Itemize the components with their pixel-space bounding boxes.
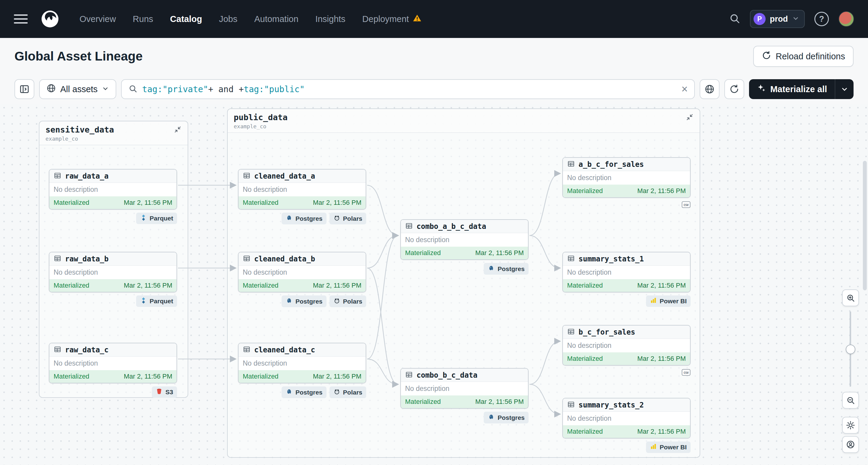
asset-status-row: MaterializedMar 2, 11:56 PM bbox=[563, 352, 690, 365]
asset-description: No description bbox=[50, 266, 177, 279]
graph-settings-gear-button[interactable] bbox=[842, 417, 859, 434]
chip-label: Postgres bbox=[296, 298, 322, 305]
group-subtitle: example_co bbox=[234, 123, 288, 129]
asset-card[interactable]: raw_data_cNo descriptionMaterializedMar … bbox=[49, 343, 177, 383]
asset-card[interactable]: cleaned_data_aNo descriptionMaterialized… bbox=[238, 169, 366, 210]
chip-label: Polars bbox=[343, 298, 362, 305]
table-icon bbox=[54, 345, 61, 354]
page-header: Global Asset Lineage Reload definitions bbox=[0, 38, 868, 75]
asset-description: No description bbox=[563, 266, 690, 279]
asset-selection-box[interactable]: tag:"private"+ and +tag:"public" × bbox=[121, 79, 695, 99]
table-icon bbox=[243, 172, 251, 181]
chip-label: S3 bbox=[165, 389, 173, 396]
asset-name: cleaned_data_c bbox=[254, 346, 315, 354]
asset-card-header: cleaned_data_c bbox=[239, 343, 366, 356]
materialize-all-button[interactable]: Materialize all bbox=[749, 79, 854, 99]
asset-card[interactable]: cleaned_data_cNo descriptionMaterialized… bbox=[238, 343, 366, 383]
powerbi-icon bbox=[650, 297, 657, 305]
graph-settings-globe-button[interactable] bbox=[700, 79, 719, 99]
search-icon[interactable] bbox=[729, 13, 740, 25]
zoom-out-button[interactable] bbox=[842, 392, 859, 409]
nav-item-catalog[interactable]: Catalog bbox=[170, 14, 202, 24]
asset-card[interactable]: raw_data_aNo descriptionMaterializedMar … bbox=[49, 169, 177, 210]
postgres-chip[interactable]: Postgres bbox=[282, 386, 327, 398]
asset-card[interactable]: combo_a_b_c_dataNo descriptionMaterializ… bbox=[400, 219, 529, 260]
materialization-timestamp: Mar 2, 11:56 PM bbox=[124, 282, 172, 289]
dagster-logo-icon[interactable] bbox=[40, 9, 60, 29]
selection-token: + bbox=[239, 84, 244, 94]
parquet-icon bbox=[140, 297, 147, 305]
materialization-timestamp: Mar 2, 11:56 PM bbox=[475, 398, 524, 406]
asset-group-header: public_dataexample_co bbox=[228, 109, 700, 133]
integration-chips: Parquet bbox=[49, 213, 177, 224]
nav-item-insights[interactable]: Insights bbox=[315, 14, 345, 24]
postgres-icon bbox=[285, 297, 293, 306]
asset-scope-dropdown[interactable]: All assets bbox=[39, 79, 116, 99]
csv-chip[interactable]: CSV bbox=[682, 201, 691, 210]
feedback-user-button[interactable] bbox=[842, 436, 859, 453]
asset-name: summary_stats_2 bbox=[579, 401, 644, 409]
nav-item-deployment[interactable]: Deployment bbox=[362, 13, 422, 25]
asset-status-row: MaterializedMar 2, 11:56 PM bbox=[563, 185, 690, 197]
help-icon[interactable]: ? bbox=[814, 12, 829, 26]
asset-card[interactable]: raw_data_bNo descriptionMaterializedMar … bbox=[49, 252, 177, 292]
asset-selection-input[interactable]: tag:"private"+ and +tag:"public" bbox=[142, 84, 677, 94]
zoom-slider-handle[interactable] bbox=[846, 344, 855, 354]
materialize-options-caret[interactable] bbox=[835, 79, 854, 99]
nav-item-jobs[interactable]: Jobs bbox=[219, 14, 237, 24]
collapse-group-icon[interactable] bbox=[174, 126, 182, 135]
s3-chip[interactable]: S3 bbox=[152, 386, 177, 398]
chip-label: Power BI bbox=[659, 444, 687, 451]
powerbi-chip[interactable]: Power BI bbox=[646, 296, 691, 307]
clear-selection-icon[interactable]: × bbox=[681, 84, 688, 95]
group-subtitle: example_co bbox=[45, 135, 114, 142]
asset-node-raw_data_b: raw_data_bNo descriptionMaterializedMar … bbox=[49, 252, 177, 307]
open-panel-button[interactable] bbox=[14, 79, 34, 99]
vertical-scrollbar[interactable] bbox=[863, 161, 867, 290]
user-avatar[interactable] bbox=[838, 11, 854, 27]
csv-chip[interactable]: CSV bbox=[682, 369, 691, 378]
postgres-chip[interactable]: Postgres bbox=[282, 296, 327, 307]
parquet-chip[interactable]: Parquet bbox=[136, 213, 177, 224]
asset-status-row: MaterializedMar 2, 11:56 PM bbox=[239, 196, 366, 209]
nav-item-automation[interactable]: Automation bbox=[254, 14, 299, 24]
refresh-button[interactable] bbox=[724, 79, 744, 99]
asset-card[interactable]: summary_stats_2No descriptionMaterialize… bbox=[562, 398, 691, 438]
postgres-chip[interactable]: Postgres bbox=[484, 412, 529, 424]
asset-card[interactable]: combo_b_c_dataNo descriptionMaterialized… bbox=[400, 368, 529, 409]
polars-chip[interactable]: Polars bbox=[330, 213, 366, 224]
asset-group-header: sensitive_dataexample_co bbox=[39, 121, 188, 145]
asset-description: No description bbox=[50, 356, 177, 370]
postgres-chip[interactable]: Postgres bbox=[282, 213, 327, 224]
chevron-down-icon bbox=[102, 84, 109, 94]
powerbi-chip[interactable]: Power BI bbox=[646, 441, 691, 453]
integration-chips: PostgresPolars bbox=[238, 386, 366, 398]
asset-card[interactable]: a_b_c_for_salesNo descriptionMaterialize… bbox=[562, 157, 691, 198]
asset-status-row: MaterializedMar 2, 11:56 PM bbox=[563, 425, 690, 438]
nav-item-runs[interactable]: Runs bbox=[133, 14, 153, 24]
asset-card[interactable]: cleaned_data_bNo descriptionMaterialized… bbox=[238, 252, 366, 292]
menu-icon[interactable] bbox=[14, 14, 28, 24]
lineage-canvas[interactable]: public_dataexample_cosensitive_dataexamp… bbox=[0, 103, 868, 465]
collapse-group-icon[interactable] bbox=[686, 113, 693, 122]
zoom-in-button[interactable] bbox=[842, 289, 859, 306]
asset-name: summary_stats_1 bbox=[579, 255, 644, 263]
asset-name: combo_b_c_data bbox=[416, 371, 477, 379]
materialization-timestamp: Mar 2, 11:56 PM bbox=[637, 282, 686, 289]
postgres-chip[interactable]: Postgres bbox=[484, 263, 529, 275]
polars-chip[interactable]: Polars bbox=[330, 296, 366, 307]
reload-definitions-button[interactable]: Reload definitions bbox=[753, 46, 854, 67]
parquet-chip[interactable]: Parquet bbox=[136, 296, 177, 307]
nav-item-overview[interactable]: Overview bbox=[80, 14, 116, 24]
deployment-switcher[interactable]: P prod bbox=[750, 10, 805, 28]
asset-card-header: summary_stats_2 bbox=[563, 398, 690, 412]
asset-card-header: a_b_c_for_sales bbox=[563, 158, 690, 171]
asset-status-row: MaterializedMar 2, 11:56 PM bbox=[239, 279, 366, 292]
table-icon bbox=[405, 222, 413, 231]
asset-card[interactable]: b_c_for_salesNo descriptionMaterializedM… bbox=[562, 325, 691, 366]
asset-name: cleaned_data_a bbox=[254, 172, 315, 180]
materialization-timestamp: Mar 2, 11:56 PM bbox=[313, 282, 362, 289]
postgres-icon bbox=[488, 413, 495, 422]
asset-card[interactable]: summary_stats_1No descriptionMaterialize… bbox=[562, 252, 691, 292]
polars-chip[interactable]: Polars bbox=[330, 386, 366, 398]
